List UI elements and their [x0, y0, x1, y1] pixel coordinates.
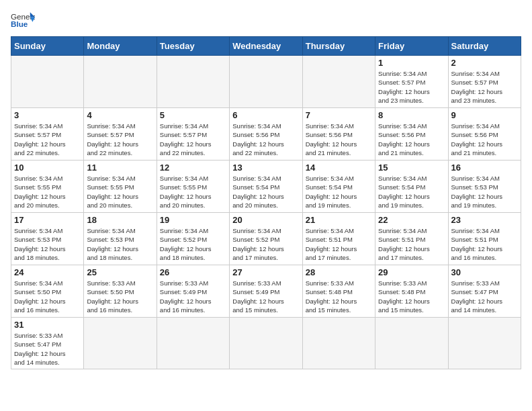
calendar-cell: 1Sunrise: 5:34 AM Sunset: 5:57 PM Daylig…	[375, 56, 448, 108]
day-number: 19	[160, 215, 226, 225]
day-info: Sunrise: 5:34 AM Sunset: 5:52 PM Dayligh…	[160, 226, 226, 262]
day-info: Sunrise: 5:33 AM Sunset: 5:47 PM Dayligh…	[451, 279, 518, 314]
calendar-cell: 10Sunrise: 5:34 AM Sunset: 5:55 PM Dayli…	[11, 161, 84, 213]
calendar-cell	[157, 318, 229, 369]
day-info: Sunrise: 5:34 AM Sunset: 5:53 PM Dayligh…	[87, 226, 153, 262]
calendar-cell: 31Sunrise: 5:33 AM Sunset: 5:47 PM Dayli…	[11, 318, 84, 369]
day-number: 1	[378, 58, 445, 68]
calendar-cell: 20Sunrise: 5:34 AM Sunset: 5:52 PM Dayli…	[230, 213, 302, 265]
day-info: Sunrise: 5:34 AM Sunset: 5:54 PM Dayligh…	[232, 174, 299, 210]
day-number: 23	[451, 215, 518, 225]
calendar-cell	[84, 56, 157, 108]
day-info: Sunrise: 5:34 AM Sunset: 5:56 PM Dayligh…	[378, 122, 445, 157]
day-info: Sunrise: 5:34 AM Sunset: 5:55 PM Dayligh…	[14, 174, 81, 210]
day-number: 18	[87, 215, 153, 225]
calendar-cell: 22Sunrise: 5:34 AM Sunset: 5:51 PM Dayli…	[375, 213, 448, 265]
calendar-body: 1Sunrise: 5:34 AM Sunset: 5:57 PM Daylig…	[11, 56, 521, 369]
logo-icon: General Blue	[11, 11, 35, 30]
day-number: 29	[378, 267, 445, 277]
calendar-cell: 24Sunrise: 5:34 AM Sunset: 5:50 PM Dayli…	[11, 265, 84, 318]
day-info: Sunrise: 5:34 AM Sunset: 5:53 PM Dayligh…	[451, 174, 518, 210]
day-number: 12	[160, 163, 226, 173]
day-info: Sunrise: 5:34 AM Sunset: 5:50 PM Dayligh…	[14, 279, 81, 314]
calendar-cell	[11, 56, 84, 108]
day-number: 9	[451, 110, 518, 120]
calendar-week-row: 24Sunrise: 5:34 AM Sunset: 5:50 PM Dayli…	[11, 265, 521, 318]
svg-text:Blue: Blue	[11, 19, 28, 28]
weekday-monday: Monday	[84, 37, 157, 56]
calendar-table: SundayMondayTuesdayWednesdayThursdayFrid…	[11, 36, 521, 369]
day-info: Sunrise: 5:34 AM Sunset: 5:54 PM Dayligh…	[378, 174, 445, 210]
day-info: Sunrise: 5:34 AM Sunset: 5:54 PM Dayligh…	[306, 174, 372, 210]
day-number: 30	[451, 267, 518, 277]
calendar-cell: 17Sunrise: 5:34 AM Sunset: 5:53 PM Dayli…	[11, 213, 84, 265]
day-number: 28	[306, 267, 372, 277]
day-info: Sunrise: 5:33 AM Sunset: 5:47 PM Dayligh…	[14, 331, 81, 367]
day-number: 25	[87, 267, 153, 277]
day-number: 15	[378, 163, 445, 173]
day-number: 31	[14, 320, 81, 330]
day-info: Sunrise: 5:34 AM Sunset: 5:56 PM Dayligh…	[306, 122, 372, 157]
calendar-cell	[375, 318, 448, 369]
day-number: 4	[87, 110, 153, 120]
day-info: Sunrise: 5:33 AM Sunset: 5:50 PM Dayligh…	[87, 279, 153, 314]
calendar-cell: 23Sunrise: 5:34 AM Sunset: 5:51 PM Dayli…	[448, 213, 521, 265]
day-number: 10	[14, 163, 81, 173]
day-number: 5	[160, 110, 226, 120]
weekday-header-row: SundayMondayTuesdayWednesdayThursdayFrid…	[11, 37, 521, 56]
calendar-cell: 12Sunrise: 5:34 AM Sunset: 5:55 PM Dayli…	[157, 161, 229, 213]
calendar-cell: 8Sunrise: 5:34 AM Sunset: 5:56 PM Daylig…	[375, 108, 448, 161]
day-info: Sunrise: 5:34 AM Sunset: 5:51 PM Dayligh…	[306, 226, 372, 262]
day-info: Sunrise: 5:34 AM Sunset: 5:55 PM Dayligh…	[87, 174, 153, 210]
logo: General Blue	[11, 11, 38, 30]
calendar-week-row: 10Sunrise: 5:34 AM Sunset: 5:55 PM Dayli…	[11, 161, 521, 213]
day-info: Sunrise: 5:34 AM Sunset: 5:57 PM Dayligh…	[87, 122, 153, 157]
day-number: 26	[160, 267, 226, 277]
day-number: 6	[232, 110, 299, 120]
calendar-cell: 13Sunrise: 5:34 AM Sunset: 5:54 PM Dayli…	[230, 161, 302, 213]
day-number: 22	[378, 215, 445, 225]
calendar-cell: 11Sunrise: 5:34 AM Sunset: 5:55 PM Dayli…	[84, 161, 157, 213]
day-number: 13	[232, 163, 299, 173]
calendar-cell: 3Sunrise: 5:34 AM Sunset: 5:57 PM Daylig…	[11, 108, 84, 161]
weekday-saturday: Saturday	[448, 37, 521, 56]
calendar-cell: 16Sunrise: 5:34 AM Sunset: 5:53 PM Dayli…	[448, 161, 521, 213]
day-number: 20	[232, 215, 299, 225]
day-number: 24	[14, 267, 81, 277]
calendar-cell: 19Sunrise: 5:34 AM Sunset: 5:52 PM Dayli…	[157, 213, 229, 265]
weekday-thursday: Thursday	[302, 37, 375, 56]
header: General Blue	[11, 11, 521, 30]
day-info: Sunrise: 5:34 AM Sunset: 5:52 PM Dayligh…	[232, 226, 299, 262]
calendar-cell: 9Sunrise: 5:34 AM Sunset: 5:56 PM Daylig…	[448, 108, 521, 161]
day-number: 16	[451, 163, 518, 173]
day-number: 8	[378, 110, 445, 120]
day-info: Sunrise: 5:34 AM Sunset: 5:56 PM Dayligh…	[232, 122, 299, 157]
day-info: Sunrise: 5:34 AM Sunset: 5:57 PM Dayligh…	[451, 69, 518, 105]
calendar-cell: 18Sunrise: 5:34 AM Sunset: 5:53 PM Dayli…	[84, 213, 157, 265]
calendar-cell	[230, 56, 302, 108]
calendar-cell	[157, 56, 229, 108]
day-number: 3	[14, 110, 81, 120]
weekday-friday: Friday	[375, 37, 448, 56]
day-info: Sunrise: 5:34 AM Sunset: 5:55 PM Dayligh…	[160, 174, 226, 210]
day-number: 14	[306, 163, 372, 173]
day-number: 27	[232, 267, 299, 277]
calendar-cell	[302, 56, 375, 108]
day-info: Sunrise: 5:34 AM Sunset: 5:51 PM Dayligh…	[451, 226, 518, 262]
calendar-cell: 28Sunrise: 5:33 AM Sunset: 5:48 PM Dayli…	[302, 265, 375, 318]
calendar-cell: 14Sunrise: 5:34 AM Sunset: 5:54 PM Dayli…	[302, 161, 375, 213]
calendar-cell: 7Sunrise: 5:34 AM Sunset: 5:56 PM Daylig…	[302, 108, 375, 161]
day-info: Sunrise: 5:33 AM Sunset: 5:49 PM Dayligh…	[232, 279, 299, 314]
calendar-cell	[84, 318, 157, 369]
calendar-cell: 25Sunrise: 5:33 AM Sunset: 5:50 PM Dayli…	[84, 265, 157, 318]
calendar-cell: 6Sunrise: 5:34 AM Sunset: 5:56 PM Daylig…	[230, 108, 302, 161]
calendar-cell: 26Sunrise: 5:33 AM Sunset: 5:49 PM Dayli…	[157, 265, 229, 318]
day-info: Sunrise: 5:34 AM Sunset: 5:57 PM Dayligh…	[14, 122, 81, 157]
calendar-header: SundayMondayTuesdayWednesdayThursdayFrid…	[11, 37, 521, 56]
weekday-sunday: Sunday	[11, 37, 84, 56]
calendar-week-row: 31Sunrise: 5:33 AM Sunset: 5:47 PM Dayli…	[11, 318, 521, 369]
day-info: Sunrise: 5:34 AM Sunset: 5:53 PM Dayligh…	[14, 226, 81, 262]
day-info: Sunrise: 5:34 AM Sunset: 5:51 PM Dayligh…	[378, 226, 445, 262]
day-info: Sunrise: 5:34 AM Sunset: 5:56 PM Dayligh…	[451, 122, 518, 157]
day-number: 17	[14, 215, 81, 225]
